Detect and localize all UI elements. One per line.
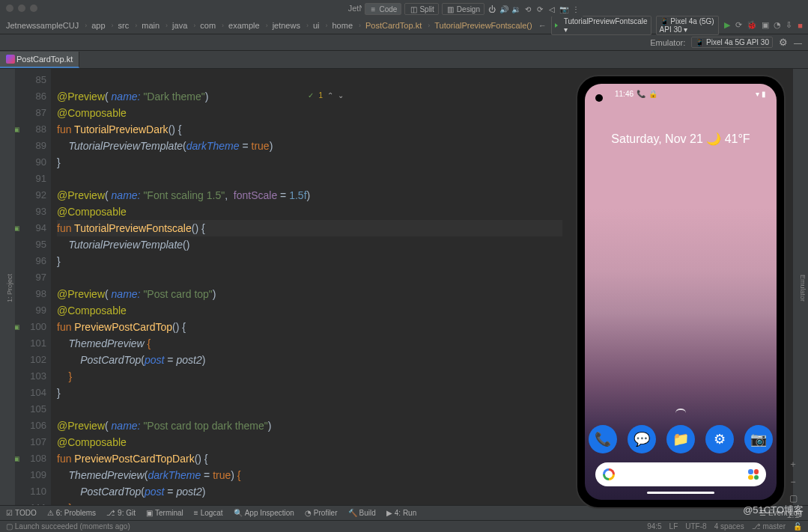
emulator-panel: 11:46 📞 🔒 ▾ ▮ Saturday, Nov 21 🌙 41°F 📞: [568, 69, 793, 505]
camera-app-icon[interactable]: 📷: [744, 425, 773, 453]
code-area[interactable]: @Preview( name: "Dark theme")@Composable…: [51, 69, 568, 505]
design-view-button[interactable]: ▥Design: [442, 3, 485, 15]
more-icon[interactable]: ⋮: [571, 4, 580, 13]
breadcrumb-item[interactable]: src: [118, 21, 130, 30]
google-logo-icon: [603, 468, 615, 480]
device-frame: 11:46 📞 🔒 ▾ ▮ Saturday, Nov 21 🌙 41°F 📞: [576, 75, 786, 509]
status-bar: ▢ Launch succeeded (moments ago) 94:5 LF…: [0, 520, 808, 532]
zoom-in-icon[interactable]: ＋: [789, 458, 798, 471]
indent-setting[interactable]: 4 spaces: [714, 522, 744, 531]
breadcrumb-item[interactable]: com: [200, 21, 216, 30]
run-icon[interactable]: ▶: [723, 20, 730, 31]
editor-tab-label: PostCardTop.kt: [16, 55, 73, 64]
breadcrumb-file[interactable]: PostCardTop.kt: [365, 21, 422, 30]
back-icon[interactable]: ←: [538, 20, 547, 31]
debug-icon[interactable]: 🐞: [747, 20, 757, 31]
project-tool-tab[interactable]: 1: Project: [4, 271, 15, 305]
editor-tab[interactable]: PostCardTop.kt: [0, 52, 79, 68]
zoom-fit-icon[interactable]: ▢: [789, 493, 798, 504]
messages-app-icon[interactable]: 💬: [628, 425, 656, 453]
rotate-right-icon[interactable]: ⟳: [535, 4, 544, 13]
home-dock: 📞 💬 📁 ⚙ 📷: [585, 425, 777, 453]
attach-debugger-icon[interactable]: ⇩: [786, 20, 792, 31]
line-number-gutter[interactable]: 858687▣888990919293▣949596979899▣1001011…: [15, 69, 51, 505]
editor-tab-bar: PostCardTop.kt ≡Code ◫Split ▥Design ⏻ 🔊 …: [0, 51, 808, 69]
emulator-device-dropdown[interactable]: 📱 Pixel 4a 5G API 30: [691, 37, 773, 48]
profiler-icon[interactable]: ◔: [774, 20, 781, 31]
breadcrumb-item[interactable]: app: [91, 21, 105, 30]
breadcrumb-item[interactable]: jetnews: [273, 21, 300, 30]
settings-app-icon[interactable]: ⚙: [705, 425, 734, 453]
navigation-bar: JetnewssampleCUJ› app› src› main› java› …: [0, 16, 808, 34]
status-message: Launch succeeded (moments ago): [15, 522, 130, 531]
problems-tool-tab[interactable]: ⚠ 6: Problems: [47, 509, 96, 517]
breadcrumb-item[interactable]: JetnewssampleCUJ: [6, 21, 79, 30]
inspection-widget[interactable]: ✓ 1 ⌃ ⌄: [308, 91, 344, 100]
device-status-bar: 11:46 📞 🔒 ▾ ▮: [585, 90, 777, 98]
design-icon: ▥: [446, 4, 455, 13]
watermark: @51CTO博客: [743, 504, 804, 517]
logcat-tool-tab[interactable]: ≡ Logcat: [194, 509, 223, 517]
home-weather-widget[interactable]: Saturday, Nov 21 🌙 41°F: [585, 132, 777, 146]
todo-tool-tab[interactable]: ☑ TODO: [6, 509, 37, 517]
readonly-lock-icon[interactable]: 🔓: [793, 522, 802, 531]
build-tool-tab[interactable]: 🔨 Build: [348, 509, 376, 517]
google-search-bar[interactable]: [595, 462, 766, 486]
run-tool-tab[interactable]: ▶ 4: Run: [386, 509, 416, 517]
file-encoding[interactable]: UTF-8: [685, 522, 706, 531]
kotlin-file-icon: [6, 55, 15, 64]
app-inspection-tool-tab[interactable]: 🔍 App Inspection: [234, 509, 294, 517]
left-tool-stripe: 1: Project 2: Commit Resource Manager 2:…: [0, 69, 15, 505]
device-dropdown[interactable]: 📱 Pixel 4a (5G) API 30 ▾: [656, 16, 720, 35]
device-screen[interactable]: 11:46 📞 🔒 ▾ ▮ Saturday, Nov 21 🌙 41°F 📞: [585, 84, 777, 500]
wifi-icon: ▾: [756, 90, 759, 98]
breadcrumb-item[interactable]: example: [228, 21, 260, 30]
check-icon: ✓: [308, 91, 314, 100]
device-time: 11:46: [615, 90, 634, 98]
rotate-left-icon[interactable]: ⟲: [523, 4, 532, 13]
zoom-out-icon[interactable]: −: [790, 477, 795, 487]
git-branch-indicator[interactable]: ⎇ master: [752, 522, 786, 531]
code-editor[interactable]: 858687▣888990919293▣949596979899▣1001011…: [15, 69, 568, 505]
split-view-button[interactable]: ◫Split: [404, 3, 438, 15]
settings-gear-icon[interactable]: ⚙: [779, 37, 788, 48]
profiler-tool-tab[interactable]: ◔ Profiler: [305, 509, 338, 517]
emulator-label: Emulator:: [650, 38, 685, 47]
window-traffic-lights[interactable]: [6, 4, 37, 12]
run-config-dropdown[interactable]: TutorialPreviewFontscale ▾: [551, 16, 651, 35]
lock-icon: 🔒: [648, 90, 657, 98]
breadcrumb-item[interactable]: home: [332, 21, 353, 30]
hide-panel-icon[interactable]: —: [794, 38, 802, 47]
emulator-zoom-controls: ＋ − ▢ 1:1: [786, 69, 801, 505]
files-app-icon[interactable]: 📁: [666, 425, 695, 453]
terminal-tool-tab[interactable]: ▣ Terminal: [146, 509, 183, 517]
phone-icon: 📞: [637, 90, 646, 98]
breadcrumb-item[interactable]: main: [142, 21, 160, 30]
emulator-bar: Emulator: 📱 Pixel 4a 5G API 30 ⚙ —: [0, 34, 808, 51]
breadcrumb-item[interactable]: ui: [313, 21, 320, 30]
back-icon[interactable]: ◁: [547, 4, 556, 13]
power-icon[interactable]: ⏻: [487, 4, 496, 13]
tool-window-quick-access-icon[interactable]: ▢: [6, 522, 13, 531]
git-tool-tab[interactable]: ⎇ 9: Git: [106, 509, 136, 517]
coverage-icon[interactable]: ▣: [762, 20, 769, 31]
warning-count: 1: [318, 91, 323, 100]
breadcrumb-function[interactable]: TutorialPreviewFontscale(): [434, 21, 532, 30]
volume-down-icon[interactable]: 🔉: [511, 4, 520, 13]
app-drawer-indicator[interactable]: [675, 409, 686, 413]
code-view-button[interactable]: ≡Code: [365, 3, 402, 15]
cursor-position[interactable]: 94:5: [647, 522, 661, 531]
line-ending[interactable]: LF: [669, 522, 678, 531]
stop-icon[interactable]: ■: [797, 20, 804, 31]
chevron-down-icon[interactable]: ⌄: [338, 91, 344, 100]
phone-app-icon[interactable]: 📞: [589, 425, 617, 453]
gesture-nav-bar[interactable]: [647, 492, 714, 494]
volume-up-icon[interactable]: 🔊: [499, 4, 508, 13]
chevron-up-icon[interactable]: ⌃: [327, 91, 333, 100]
screenshot-icon[interactable]: 📷: [559, 4, 568, 13]
battery-icon: ▮: [762, 90, 766, 98]
assistant-icon[interactable]: [748, 469, 759, 480]
apply-changes-icon[interactable]: ⟳: [735, 20, 742, 31]
breadcrumb-item[interactable]: java: [172, 21, 187, 30]
compose-view-toolbar: ≡Code ◫Split ▥Design ⏻ 🔊 🔉 ⟲ ⟳ ◁ 📷 ⋮: [362, 1, 584, 16]
